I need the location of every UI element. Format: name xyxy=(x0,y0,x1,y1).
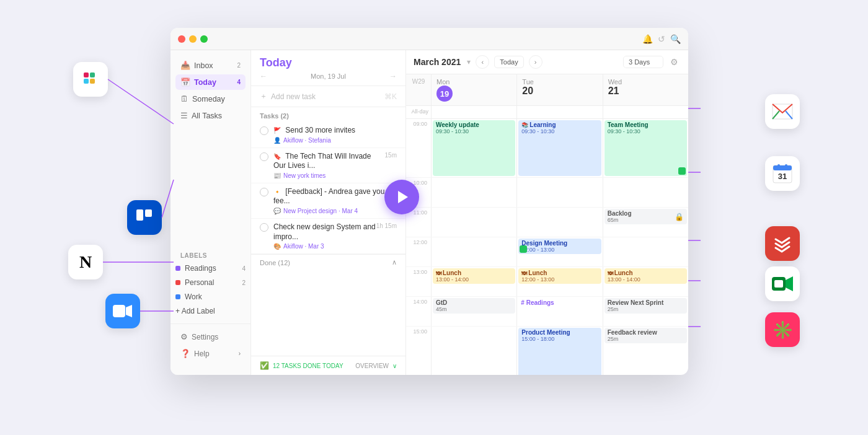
zoom-icon[interactable] xyxy=(105,294,140,328)
time-cell-wed-1100: Backlog 65m 🔒 xyxy=(603,208,688,237)
event-title: Team Meeting xyxy=(608,121,684,128)
task-item[interactable]: Check new design System and impro... 🎨 A… xyxy=(251,219,405,254)
cal-today-btn[interactable]: Today xyxy=(494,56,523,68)
time-cell-tue-1400: # Readings xyxy=(516,297,602,326)
task-content: 🚩 Send 30 more invites 👤 Akiflow · Stefa… xyxy=(273,126,397,144)
cal-event[interactable]: Design Meeting 12:00 - 13:00 xyxy=(518,239,601,254)
sidebar-label-alltasks: All Tasks xyxy=(192,112,222,120)
overview-btn[interactable]: OVERVIEW xyxy=(355,362,389,369)
cal-event[interactable]: Weekly update 09:30 - 10:30 xyxy=(433,120,515,176)
close-button[interactable] xyxy=(178,35,185,43)
time-cell-wed-0900: Team Meeting 09:30 - 10:30 xyxy=(603,119,688,177)
time-row-1400: 14:00 GtD 45m # Readings Review Next Spr… xyxy=(406,297,688,327)
days-select[interactable]: 3 Days Week Day xyxy=(623,56,663,68)
task-title: 🔖 The Tech That Will Invade Our Lives i.… xyxy=(273,152,385,171)
cal-event[interactable]: 🍽Lunch 13:00 - 14:00 xyxy=(433,268,515,284)
play-button[interactable] xyxy=(384,180,419,214)
task-meta: 📰 New york times xyxy=(273,172,385,179)
bell-icon[interactable]: 🔔 xyxy=(642,34,653,44)
task-time: 1h 15m xyxy=(376,222,397,229)
task-item[interactable]: 🚩 Send 30 more invites 👤 Akiflow · Stefa… xyxy=(251,122,405,148)
spark-icon[interactable]: ✳️ xyxy=(765,312,800,347)
time-cell-wed-1000 xyxy=(603,178,688,207)
svg-marker-26 xyxy=(786,276,793,291)
gmail-icon[interactable] xyxy=(765,94,800,129)
cal-event[interactable]: 📚Learning 09:30 - 10:30 xyxy=(518,120,601,176)
task-checkbox[interactable] xyxy=(260,152,268,161)
todoist-icon[interactable] xyxy=(765,226,800,261)
sidebar-item-alltasks[interactable]: ☰ All Tasks xyxy=(175,108,246,123)
minimize-button[interactable] xyxy=(189,35,197,43)
sidebar-item-today[interactable]: 📅 Today 4 xyxy=(175,74,246,90)
time-row-1200: 12:00 Design Meeting 12:00 - 13:00 xyxy=(406,237,688,267)
maximize-button[interactable] xyxy=(200,35,208,43)
cal-event[interactable]: Backlog 65m 🔒 xyxy=(604,209,687,224)
cal-event[interactable]: Product Meeting 15:00 - 18:00 xyxy=(518,328,601,375)
today-title: Today xyxy=(260,56,397,69)
event-title: 📚Learning xyxy=(521,121,598,128)
cal-dropdown-icon[interactable]: ▾ xyxy=(467,58,471,66)
day-header-wed: Wed 21 xyxy=(603,74,688,105)
slack-icon[interactable] xyxy=(73,62,108,97)
task-content: 🔸 [Feedback] - Andrea gave you his fee..… xyxy=(273,187,397,214)
day-header-mon: Mon 19 xyxy=(431,74,516,105)
cal-prev-btn[interactable]: ‹ xyxy=(476,55,489,69)
trello-icon[interactable] xyxy=(127,200,162,235)
titlebar-icons: 🔔 ↺ 🔍 xyxy=(642,34,681,44)
gcal-icon[interactable]: 31 xyxy=(765,156,800,191)
cal-event[interactable]: Feedback review 25m xyxy=(604,328,687,343)
task-checkbox[interactable] xyxy=(260,188,268,196)
task-checkbox[interactable] xyxy=(260,223,268,232)
event-time: 09:30 - 10:30 xyxy=(436,128,512,134)
time-cell-tue-0900: 📚Learning 09:30 - 10:30 xyxy=(516,119,602,177)
task-item[interactable]: 🔸 [Feedback] - Andrea gave you his fee..… xyxy=(251,183,405,219)
time-row-0900: 09:00 Weekly update 09:30 - 10:30 📚Learn… xyxy=(406,119,688,178)
done-label: Done (12) xyxy=(260,259,290,266)
svg-rect-14 xyxy=(145,209,152,217)
week-num: W29 xyxy=(406,74,431,105)
cal-settings-btn[interactable]: ⚙ xyxy=(667,55,681,69)
add-task-bar[interactable]: ＋ Add new task ⌘K xyxy=(251,86,405,107)
calendar-title: March 2021 xyxy=(414,57,461,67)
sidebar-item-someday[interactable]: 🗓 Someday xyxy=(175,91,246,107)
help-item[interactable]: ❓ Help › xyxy=(175,346,246,361)
notion-icon[interactable]: N xyxy=(68,245,103,279)
cal-event[interactable]: GtD 45m xyxy=(433,298,515,314)
cal-event[interactable]: Team Meeting 09:30 - 10:30 xyxy=(604,120,687,176)
day-header-tue: Tue 20 xyxy=(516,74,602,105)
sidebar-item-inbox[interactable]: 📥 Inbox 2 xyxy=(175,58,246,73)
refresh-icon[interactable]: ↺ xyxy=(658,34,665,44)
sidebar: 📥 Inbox 2 📅 Today 4 🗓 Someday ☰ All Task… xyxy=(170,50,251,375)
done-section[interactable]: Done (12) ∧ xyxy=(251,254,405,270)
add-label[interactable]: + Add Label xyxy=(170,304,250,318)
label-readings[interactable]: Readings 4 xyxy=(170,261,250,275)
settings-item[interactable]: ⚙ Settings xyxy=(175,329,246,345)
cal-event[interactable]: 🍽Lunch 12:00 - 13:00 xyxy=(518,268,601,284)
time-label: 09:00 xyxy=(406,119,431,177)
event-time: 09:30 - 10:30 xyxy=(608,128,684,134)
cal-event[interactable]: 🍽Lunch 13:00 - 14:00 xyxy=(604,268,687,284)
task-meta: 👤 Akiflow · Stefania xyxy=(273,137,397,144)
time-cell-wed-1400: Review Next Sprint 25m xyxy=(603,297,688,326)
time-cell-tue-1200: Design Meeting 12:00 - 13:00 xyxy=(516,237,602,266)
task-title: 🚩 Send 30 more invites xyxy=(273,126,397,136)
today-nav: ← Mon, 19 Jul → xyxy=(260,72,397,81)
cal-next-btn[interactable]: › xyxy=(529,55,542,69)
event-title: Design Meeting xyxy=(521,240,598,247)
sidebar-label-inbox: Inbox xyxy=(194,61,213,70)
meet-icon[interactable] xyxy=(765,266,800,301)
label-work[interactable]: Work xyxy=(170,290,250,304)
time-cell-wed-1300: 🍽Lunch 13:00 - 14:00 xyxy=(603,267,688,296)
label-personal[interactable]: Personal 2 xyxy=(170,276,250,289)
allday-cell-wed xyxy=(603,106,688,118)
prev-day-btn[interactable]: ← xyxy=(260,72,267,81)
work-dot xyxy=(175,294,180,299)
task-checkbox[interactable] xyxy=(260,126,268,135)
next-day-btn[interactable]: → xyxy=(389,72,397,81)
task-time: 15m xyxy=(385,152,397,159)
svg-rect-12 xyxy=(90,79,95,84)
cal-event[interactable]: Review Next Sprint 25m xyxy=(604,298,687,314)
event-title: Feedback review xyxy=(608,329,684,336)
search-icon[interactable]: 🔍 xyxy=(670,34,681,44)
task-item[interactable]: 🔖 The Tech That Will Invade Our Lives i.… xyxy=(251,148,405,183)
